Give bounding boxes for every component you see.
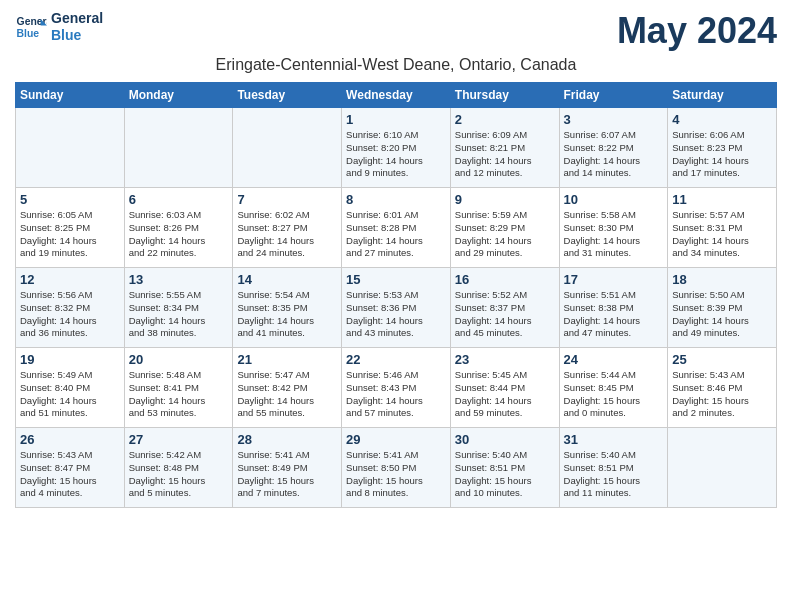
day-number: 23 (455, 352, 555, 367)
weekday-header-friday: Friday (559, 83, 668, 108)
calendar-cell: 25Sunrise: 5:43 AMSunset: 8:46 PMDayligh… (668, 348, 777, 428)
day-number: 1 (346, 112, 446, 127)
weekday-header-thursday: Thursday (450, 83, 559, 108)
calendar-cell (668, 428, 777, 508)
calendar-cell: 21Sunrise: 5:47 AMSunset: 8:42 PMDayligh… (233, 348, 342, 428)
location-title: Eringate-Centennial-West Deane, Ontario,… (15, 56, 777, 74)
day-number: 8 (346, 192, 446, 207)
day-number: 14 (237, 272, 337, 287)
calendar-cell: 7Sunrise: 6:02 AMSunset: 8:27 PMDaylight… (233, 188, 342, 268)
day-number: 17 (564, 272, 664, 287)
day-number: 13 (129, 272, 229, 287)
calendar-cell: 1Sunrise: 6:10 AMSunset: 8:20 PMDaylight… (342, 108, 451, 188)
day-detail: Sunrise: 5:51 AMSunset: 8:38 PMDaylight:… (564, 289, 664, 340)
calendar-cell: 22Sunrise: 5:46 AMSunset: 8:43 PMDayligh… (342, 348, 451, 428)
calendar-cell (16, 108, 125, 188)
day-number: 9 (455, 192, 555, 207)
day-detail: Sunrise: 6:10 AMSunset: 8:20 PMDaylight:… (346, 129, 446, 180)
day-number: 10 (564, 192, 664, 207)
calendar-cell: 3Sunrise: 6:07 AMSunset: 8:22 PMDaylight… (559, 108, 668, 188)
day-detail: Sunrise: 5:56 AMSunset: 8:32 PMDaylight:… (20, 289, 120, 340)
day-number: 4 (672, 112, 772, 127)
day-number: 25 (672, 352, 772, 367)
day-number: 28 (237, 432, 337, 447)
day-number: 26 (20, 432, 120, 447)
calendar-cell: 6Sunrise: 6:03 AMSunset: 8:26 PMDaylight… (124, 188, 233, 268)
day-number: 19 (20, 352, 120, 367)
day-detail: Sunrise: 6:05 AMSunset: 8:25 PMDaylight:… (20, 209, 120, 260)
week-row-4: 19Sunrise: 5:49 AMSunset: 8:40 PMDayligh… (16, 348, 777, 428)
calendar-cell: 9Sunrise: 5:59 AMSunset: 8:29 PMDaylight… (450, 188, 559, 268)
calendar-cell: 17Sunrise: 5:51 AMSunset: 8:38 PMDayligh… (559, 268, 668, 348)
day-number: 18 (672, 272, 772, 287)
calendar-cell: 15Sunrise: 5:53 AMSunset: 8:36 PMDayligh… (342, 268, 451, 348)
calendar-cell: 11Sunrise: 5:57 AMSunset: 8:31 PMDayligh… (668, 188, 777, 268)
weekday-header-saturday: Saturday (668, 83, 777, 108)
day-number: 12 (20, 272, 120, 287)
logo-subtext: Blue (51, 27, 103, 44)
day-detail: Sunrise: 5:55 AMSunset: 8:34 PMDaylight:… (129, 289, 229, 340)
day-detail: Sunrise: 6:03 AMSunset: 8:26 PMDaylight:… (129, 209, 229, 260)
calendar-cell: 24Sunrise: 5:44 AMSunset: 8:45 PMDayligh… (559, 348, 668, 428)
day-detail: Sunrise: 5:45 AMSunset: 8:44 PMDaylight:… (455, 369, 555, 420)
logo: General Blue General Blue (15, 10, 103, 44)
calendar-cell: 10Sunrise: 5:58 AMSunset: 8:30 PMDayligh… (559, 188, 668, 268)
calendar-cell: 13Sunrise: 5:55 AMSunset: 8:34 PMDayligh… (124, 268, 233, 348)
day-number: 29 (346, 432, 446, 447)
day-detail: Sunrise: 5:42 AMSunset: 8:48 PMDaylight:… (129, 449, 229, 500)
day-detail: Sunrise: 5:41 AMSunset: 8:50 PMDaylight:… (346, 449, 446, 500)
day-number: 20 (129, 352, 229, 367)
day-detail: Sunrise: 5:53 AMSunset: 8:36 PMDaylight:… (346, 289, 446, 340)
day-detail: Sunrise: 6:01 AMSunset: 8:28 PMDaylight:… (346, 209, 446, 260)
day-detail: Sunrise: 5:41 AMSunset: 8:49 PMDaylight:… (237, 449, 337, 500)
calendar-cell: 2Sunrise: 6:09 AMSunset: 8:21 PMDaylight… (450, 108, 559, 188)
calendar-cell (233, 108, 342, 188)
weekday-header-sunday: Sunday (16, 83, 125, 108)
week-row-2: 5Sunrise: 6:05 AMSunset: 8:25 PMDaylight… (16, 188, 777, 268)
week-row-1: 1Sunrise: 6:10 AMSunset: 8:20 PMDaylight… (16, 108, 777, 188)
calendar-cell: 14Sunrise: 5:54 AMSunset: 8:35 PMDayligh… (233, 268, 342, 348)
calendar-cell: 12Sunrise: 5:56 AMSunset: 8:32 PMDayligh… (16, 268, 125, 348)
week-row-3: 12Sunrise: 5:56 AMSunset: 8:32 PMDayligh… (16, 268, 777, 348)
day-detail: Sunrise: 5:50 AMSunset: 8:39 PMDaylight:… (672, 289, 772, 340)
calendar-cell: 23Sunrise: 5:45 AMSunset: 8:44 PMDayligh… (450, 348, 559, 428)
day-detail: Sunrise: 6:06 AMSunset: 8:23 PMDaylight:… (672, 129, 772, 180)
day-number: 30 (455, 432, 555, 447)
calendar-cell: 30Sunrise: 5:40 AMSunset: 8:51 PMDayligh… (450, 428, 559, 508)
calendar-cell: 4Sunrise: 6:06 AMSunset: 8:23 PMDaylight… (668, 108, 777, 188)
calendar-cell: 8Sunrise: 6:01 AMSunset: 8:28 PMDaylight… (342, 188, 451, 268)
day-detail: Sunrise: 6:09 AMSunset: 8:21 PMDaylight:… (455, 129, 555, 180)
svg-text:Blue: Blue (17, 27, 40, 38)
weekday-header-wednesday: Wednesday (342, 83, 451, 108)
calendar-cell: 27Sunrise: 5:42 AMSunset: 8:48 PMDayligh… (124, 428, 233, 508)
weekday-header-row: SundayMondayTuesdayWednesdayThursdayFrid… (16, 83, 777, 108)
calendar-cell: 16Sunrise: 5:52 AMSunset: 8:37 PMDayligh… (450, 268, 559, 348)
calendar-cell: 29Sunrise: 5:41 AMSunset: 8:50 PMDayligh… (342, 428, 451, 508)
day-number: 21 (237, 352, 337, 367)
day-number: 16 (455, 272, 555, 287)
day-number: 31 (564, 432, 664, 447)
day-number: 5 (20, 192, 120, 207)
day-number: 22 (346, 352, 446, 367)
calendar-cell: 31Sunrise: 5:40 AMSunset: 8:51 PMDayligh… (559, 428, 668, 508)
day-detail: Sunrise: 5:48 AMSunset: 8:41 PMDaylight:… (129, 369, 229, 420)
calendar-table: SundayMondayTuesdayWednesdayThursdayFrid… (15, 82, 777, 508)
day-detail: Sunrise: 5:49 AMSunset: 8:40 PMDaylight:… (20, 369, 120, 420)
weekday-header-monday: Monday (124, 83, 233, 108)
day-detail: Sunrise: 6:07 AMSunset: 8:22 PMDaylight:… (564, 129, 664, 180)
day-number: 15 (346, 272, 446, 287)
calendar-cell: 19Sunrise: 5:49 AMSunset: 8:40 PMDayligh… (16, 348, 125, 428)
weekday-header-tuesday: Tuesday (233, 83, 342, 108)
day-detail: Sunrise: 5:57 AMSunset: 8:31 PMDaylight:… (672, 209, 772, 260)
day-number: 6 (129, 192, 229, 207)
logo-icon: General Blue (15, 11, 47, 43)
day-detail: Sunrise: 5:52 AMSunset: 8:37 PMDaylight:… (455, 289, 555, 340)
week-row-5: 26Sunrise: 5:43 AMSunset: 8:47 PMDayligh… (16, 428, 777, 508)
day-detail: Sunrise: 5:40 AMSunset: 8:51 PMDaylight:… (455, 449, 555, 500)
month-title: May 2024 (617, 10, 777, 52)
day-detail: Sunrise: 5:40 AMSunset: 8:51 PMDaylight:… (564, 449, 664, 500)
day-detail: Sunrise: 5:58 AMSunset: 8:30 PMDaylight:… (564, 209, 664, 260)
logo-text: General (51, 10, 103, 27)
calendar-cell: 18Sunrise: 5:50 AMSunset: 8:39 PMDayligh… (668, 268, 777, 348)
header: General Blue General Blue May 2024 (15, 10, 777, 52)
